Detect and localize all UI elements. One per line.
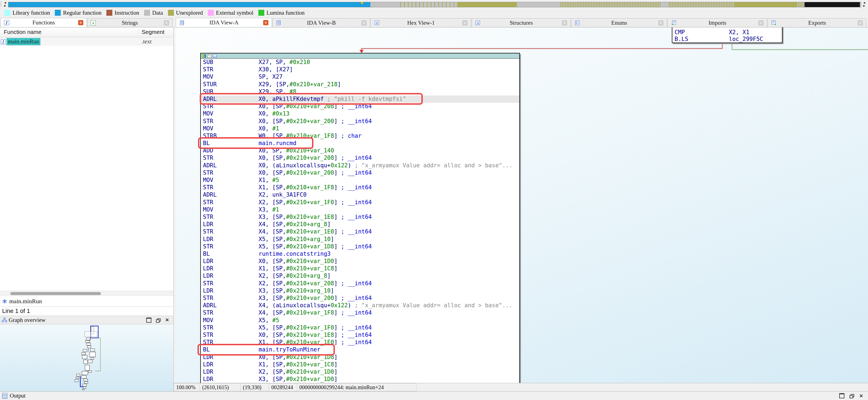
operand-token: ] (334, 324, 338, 331)
toolbar-drag-handle[interactable] (1, 2, 1, 7)
function-name-cell[interactable]: main.minRun (6, 38, 40, 45)
overview-close-icon[interactable]: × (164, 317, 170, 323)
svg-text:0: 0 (376, 21, 378, 25)
functions-filter-input[interactable]: main.minRun (9, 298, 42, 305)
scrollbar-thumb[interactable] (10, 292, 101, 295)
disasm-line[interactable]: ADRLX4, (aLinuxlocallsqu+0x122) ; "x_arm… (201, 302, 519, 309)
disasm-line[interactable]: LDRX0, [SP,#0x210+var_1D8] (201, 354, 519, 361)
tab-hex-view-1[interactable]: 0Hex View-1× (371, 18, 471, 27)
disasm-line[interactable]: STRX0, [SP,#0x210+var_200] ; __int64 (201, 118, 519, 125)
navband-scroll-arrows-right[interactable]: ◀▶ (862, 1, 866, 7)
overview-maximize-button[interactable] (146, 317, 152, 323)
disasm-line[interactable]: SUBX29, SP, #8 (201, 88, 519, 96)
output-close-icon[interactable]: × (858, 393, 864, 399)
navband-scroll-arrows-left[interactable]: ◀▶ (3, 1, 7, 7)
disasm-line[interactable]: BLruntime.concatstring3 (201, 250, 519, 258)
disasm-line[interactable]: STRX2, [SP,#0x210+var_208] ; __int64 (201, 280, 519, 287)
graph-overview-canvas[interactable] (0, 324, 174, 391)
tab-strings[interactable]: sStrings× (87, 18, 173, 27)
disasm-line[interactable]: LDRX3, [SP,#0x210+arg_10] (201, 287, 519, 295)
close-tab-icon[interactable]: × (858, 20, 863, 26)
disasm-line[interactable]: STURX29, [SP,#0x210+var_218] (201, 81, 519, 88)
graph-overview-minimap[interactable] (62, 324, 122, 391)
tab-functions[interactable]: fFunctions× (1, 18, 87, 27)
disasm-line[interactable]: LDRX2, [SP,#0x210+var_1D0] (201, 368, 519, 376)
disasm-line[interactable]: STRX5, [SP,#0x210+var_1F0] ; __int64 (201, 324, 519, 331)
disasm-line[interactable]: STRX0, [SP,#0x210+var_208] ; __int64 (201, 154, 519, 162)
disasm-line[interactable]: STRX4, [SP,#0x210+var_1F8] ; __int64 (201, 309, 519, 316)
output-maximize-button[interactable] (839, 393, 845, 399)
navigator-band[interactable] (8, 2, 861, 7)
disasm-line[interactable]: MOVX0, #1 (201, 125, 519, 132)
close-tab-icon[interactable]: × (78, 20, 83, 25)
disasm-line[interactable]: BLmain.tryToRunMiner (201, 346, 519, 353)
mnemonic: BL (203, 250, 258, 258)
tab-imports[interactable]: Imports× (668, 18, 767, 27)
disasm-line[interactable]: ADRLX0, aPkillFKdevtmpf ; "pkill -f kdev… (201, 96, 519, 103)
tab-exports[interactable]: Exports× (768, 18, 866, 27)
node-color-icon[interactable] (202, 54, 206, 58)
disasm-line[interactable]: LDRX3, [SP,#0x210+var_1D0] (201, 376, 519, 383)
graph-node-titlebar[interactable]: ✎ (201, 54, 519, 59)
close-tab-icon[interactable]: × (658, 20, 663, 26)
disasm-line[interactable]: ADDX0, SP, #0x210+var_140 (201, 147, 519, 154)
disasm-line[interactable]: LDRX4, [SP,#0x210+arg_8] (201, 221, 519, 228)
node-edit-icon[interactable]: ✎ (207, 54, 211, 58)
disasm-line[interactable]: MOVX0, #0x13 (201, 110, 519, 118)
disasm-line[interactable]: STRX4, [SP,#0x210+var_1E0] ; __int64 (201, 228, 519, 235)
disasm-line[interactable]: STRX1, [SP,#0x210+var_1F8] ; __int64 (201, 184, 519, 191)
disasm-line[interactable]: STRX3, [SP,#0x210+var_200] ; __int64 (201, 295, 519, 302)
function-segment-cell[interactable]: .text (142, 38, 152, 45)
disasm-line[interactable]: MOVX1, #5 (201, 176, 519, 184)
close-tab-icon[interactable]: × (362, 20, 367, 26)
disasm-line[interactable]: ADRLX0, (aLinuxlocallsqu+0x122) ; "x_arm… (201, 162, 519, 169)
graph-view-canvas[interactable]: CMPX2, X1B.LSloc_299F5C ✎ SUBX27, SP, #0… (175, 27, 868, 383)
tab-ida-view-b[interactable]: IDA View-B× (272, 18, 370, 27)
disasm-line[interactable]: LDRX5, [SP,#0x210+arg_10] (201, 236, 519, 243)
disasm-line[interactable]: STRX0, [SP,#0x210+var_1E8] ; __int64 (201, 331, 519, 339)
disasm-line[interactable]: STRX3, [SP,#0x210+var_1E8] ; __int64 (201, 213, 519, 221)
column-segment[interactable]: Segment (142, 29, 164, 35)
disasm-line[interactable]: ADRLX2, unk_3A1FC0 (201, 191, 519, 199)
graph-node-secondary[interactable]: CMPX2, X1B.LSloc_299F5C (672, 27, 782, 43)
disasm-line[interactable]: STRX1, [SP,#0x210+var_1E0] ; __int64 (201, 339, 519, 346)
overview-float-button[interactable] (155, 317, 161, 323)
close-tab-icon[interactable]: × (263, 20, 268, 25)
graph-node-main[interactable]: ✎ SUBX27, SP, #0x210STRX30, [X27]MOVSP, … (200, 53, 520, 383)
disasm-line[interactable]: B.LSloc_299F5C (672, 36, 782, 42)
disasm-line[interactable]: LDRX1, [SP,#0x210+var_1C8] (201, 265, 519, 272)
disasm-line[interactable]: MOVSP, X27 (201, 73, 519, 80)
disasm-line[interactable]: LDRX2, [SP,#0x210+arg_8] (201, 272, 519, 279)
close-tab-icon[interactable]: × (164, 20, 169, 26)
close-tab-icon[interactable]: × (562, 20, 567, 26)
node-group-icon[interactable] (213, 54, 217, 58)
disasm-line[interactable]: STRX2, [SP,#0x210+var_1F0] ; __int64 (201, 199, 519, 206)
mnemonic: ADRL (203, 302, 258, 309)
disasm-line[interactable]: MOVX3, #1 (201, 206, 519, 213)
close-tab-icon[interactable]: × (462, 20, 467, 26)
operand-token: #0x210+var_1F8 (286, 133, 334, 139)
tab-structures[interactable]: AStructures× (472, 18, 570, 27)
tab-ida-view-a[interactable]: IDA View-A× (176, 18, 272, 27)
graph-overview-header: Graph overview × (0, 316, 174, 324)
disasm-line[interactable]: STRX30, [X27] (201, 66, 519, 73)
functions-horizontal-scrollbar[interactable] (0, 291, 174, 296)
functions-list-header[interactable]: Function name Segment (0, 27, 174, 37)
disasm-line[interactable]: LDRX1, [SP,#0x210+var_1C8] (201, 361, 519, 368)
close-tab-icon[interactable]: × (758, 20, 764, 26)
disasm-line[interactable]: STRX5, [SP,#0x210+var_1D8] ; __int64 (201, 243, 519, 250)
disasm-line[interactable]: STRX0, [SP,#0x210+var_208] ; __int64 (201, 103, 519, 110)
column-function-name[interactable]: Function name (4, 29, 41, 35)
disasm-line[interactable]: MOVX5, #5 (201, 317, 519, 324)
disasm-line[interactable]: STRBW0, [SP,#0x210+var_1F8] ; char (201, 132, 519, 140)
disasm-line[interactable]: CMPX2, X1 (672, 29, 782, 36)
disasm-line[interactable]: STRX0, [SP,#0x210+var_200] ; __int64 (201, 169, 519, 176)
output-float-button[interactable] (848, 393, 855, 399)
disasm-line[interactable]: LDRX0, [SP,#0x210+var_1D0] (201, 258, 519, 265)
disasm-line[interactable]: BLmain.runcmd (201, 140, 519, 147)
disasm-line[interactable]: SUBX27, SP, #0x210 (201, 59, 519, 66)
tab-label: IDA View-A (185, 19, 263, 26)
tab-enums[interactable]: Enums× (571, 18, 667, 27)
function-list-row[interactable]: fmain.minRun.text (0, 37, 174, 46)
operand-token: ] (338, 81, 341, 88)
